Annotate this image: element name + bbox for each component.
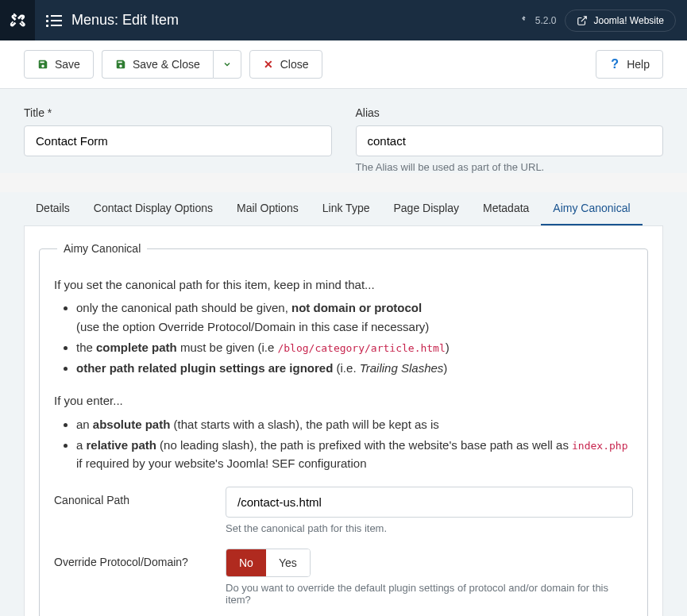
list-item: a relative path (no leading slash), the … [76,436,633,473]
alias-label: Alias [356,106,664,119]
title-area: Menus: Edit Item [35,12,521,29]
tab-metadata[interactable]: Metadata [471,192,541,225]
override-yes-button[interactable]: Yes [266,549,310,576]
chevron-down-icon [222,59,233,70]
override-row: Override Protocol/Domain? No Yes Do you … [54,549,633,606]
version-text: 5.2.0 [535,15,557,26]
save-button[interactable]: Save [24,50,94,79]
override-hint: Do you want to override the default plug… [226,582,633,606]
title-label: Title * [24,106,332,119]
override-toggle: No Yes [226,549,311,577]
canonical-path-label: Canonical Path [54,487,226,506]
list-item: an absolute path (that starts with a sla… [76,415,633,433]
top-bar: Menus: Edit Item 5.2.0 Joomla! Website [0,0,687,40]
rules-list-1: only the canonical path should be given,… [76,298,633,377]
list-item: only the canonical path should be given,… [76,298,633,336]
save-icon [37,59,48,70]
save-close-button[interactable]: Save & Close [102,50,213,79]
tab-strip: Details Contact Display Options Mail Opt… [24,192,663,226]
help-text: If you set the canonical path for this i… [54,275,633,472]
canonical-path-input[interactable] [226,487,633,518]
tab-contact-display[interactable]: Contact Display Options [82,192,225,225]
canonical-path-row: Canonical Path Set the canonical path fo… [54,487,633,534]
intro-1: If you set the canonical path for this i… [54,275,633,294]
aimy-canonical-fieldset: Aimy Canonical If you set the canonical … [39,242,648,616]
alias-input[interactable] [356,125,664,156]
joomla-small-icon [521,16,531,25]
close-icon: ✕ [263,59,274,70]
page-title: Menus: Edit Item [71,12,179,29]
title-input[interactable] [24,125,332,156]
external-link-icon [577,15,588,26]
fieldset-legend: Aimy Canonical [57,242,147,255]
tab-page-display[interactable]: Page Display [381,192,471,225]
save-dropdown-button[interactable] [213,50,241,79]
external-label: Joomla! Website [594,15,664,26]
tab-mail-options[interactable]: Mail Options [225,192,311,225]
tab-link-type[interactable]: Link Type [311,192,382,225]
external-site-button[interactable]: Joomla! Website [565,10,676,32]
joomla-logo[interactable] [0,0,35,40]
title-field-group: Title * [24,106,332,173]
menu-list-icon [46,15,62,26]
save-close-group: Save & Close [102,50,241,79]
override-no-button[interactable]: No [226,549,266,576]
tab-panel: Aimy Canonical If you set the canonical … [24,226,663,616]
list-item: the complete path must be given (i.e /bl… [76,338,633,356]
save-icon [115,59,126,70]
action-toolbar: Save Save & Close ✕ Close ? Help [0,40,687,89]
override-label: Override Protocol/Domain? [54,549,226,568]
tab-aimy-canonical[interactable]: Aimy Canonical [541,192,642,225]
list-item: other path related plugin settings are i… [76,359,633,377]
version-info: 5.2.0 [521,15,565,26]
primary-fields: Title * Alias The Alias will be used as … [0,89,687,173]
help-button[interactable]: ? Help [596,50,663,79]
close-button[interactable]: ✕ Close [249,50,322,79]
tab-details[interactable]: Details [24,192,82,225]
canonical-path-hint: Set the canonical path for this item. [226,522,633,534]
alias-field-group: Alias The Alias will be used as part of … [356,106,664,173]
rules-list-2: an absolute path (that starts with a sla… [76,415,633,473]
intro-2: If you enter... [54,391,633,410]
alias-hint: The Alias will be used as part of the UR… [356,161,664,173]
tabs-container: Details Contact Display Options Mail Opt… [0,192,687,616]
help-icon: ? [609,59,620,70]
